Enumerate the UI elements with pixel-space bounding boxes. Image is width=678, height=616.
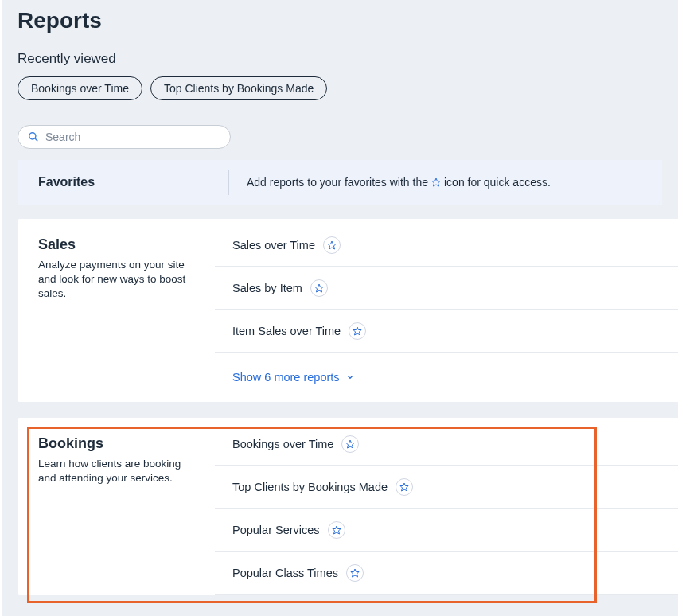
star-icon [332,525,341,535]
section-desc-sales: Analyze payments on your site and look f… [38,258,197,302]
favorites-hint-before: Add reports to your favorites with the [247,176,428,189]
report-name: Sales by Item [232,282,302,294]
svg-point-0 [29,133,36,139]
favorite-toggle[interactable] [346,564,364,582]
svg-marker-5 [353,327,361,335]
page-title: Reports [18,8,662,33]
report-name: Top Clients by Bookings Made [232,481,388,493]
favorite-toggle[interactable] [341,435,359,453]
star-icon [399,482,409,492]
show-more-label: Show 6 more reports [232,371,340,384]
favorite-toggle[interactable] [328,521,345,539]
favorites-hint: Add reports to your favorites with the i… [229,176,551,189]
star-icon [345,439,355,449]
section-bookings: Bookings Learn how clients are booking a… [18,418,678,595]
star-icon [327,240,337,250]
svg-marker-8 [333,526,341,534]
svg-marker-3 [328,241,336,249]
favorite-toggle[interactable] [310,279,328,297]
report-row[interactable]: Popular Services [215,509,678,552]
report-row[interactable]: Sales by Item [215,267,678,310]
recent-report-pill[interactable]: Top Clients by Bookings Made [150,76,327,100]
favorites-bar: Favorites Add reports to your favorites … [18,160,662,205]
report-name: Item Sales over Time [232,325,341,337]
search-field[interactable] [18,125,231,149]
report-name: Bookings over Time [232,438,333,450]
report-name: Popular Services [232,524,320,536]
star-icon [431,177,441,187]
svg-marker-7 [400,483,408,491]
favorite-toggle[interactable] [323,236,341,254]
recent-report-pill[interactable]: Bookings over Time [18,76,142,100]
svg-marker-6 [346,440,354,448]
report-name: Sales over Time [232,239,315,251]
section-desc-bookings: Learn how clients are booking and attend… [38,457,197,485]
report-row[interactable]: Popular Class Times [215,552,678,595]
recently-viewed-list: Bookings over Time Top Clients by Bookin… [18,76,662,100]
svg-marker-9 [351,569,359,577]
search-icon [28,131,39,142]
svg-line-1 [35,138,38,142]
star-icon [350,568,360,578]
report-row[interactable]: Top Clients by Bookings Made [215,466,678,509]
favorite-toggle[interactable] [349,322,366,340]
report-name: Popular Class Times [232,567,338,579]
svg-marker-2 [432,178,440,186]
section-title-bookings: Bookings [38,435,197,452]
section-title-sales: Sales [38,236,197,253]
favorite-toggle[interactable] [396,478,413,496]
report-row[interactable]: Bookings over Time [215,423,678,466]
show-more-sales[interactable]: Show 6 more reports [215,353,678,402]
section-sales: Sales Analyze payments on your site and … [18,219,678,402]
svg-marker-4 [315,284,323,292]
star-icon [314,283,324,293]
chevron-down-icon [346,373,354,381]
search-input[interactable] [45,131,220,143]
recently-viewed-heading: Recently viewed [18,51,662,67]
report-row[interactable]: Item Sales over Time [215,310,678,353]
report-row[interactable]: Sales over Time [215,224,678,267]
favorites-title: Favorites [38,170,229,195]
favorites-hint-after: icon for quick access. [444,176,551,189]
star-icon [353,326,362,336]
